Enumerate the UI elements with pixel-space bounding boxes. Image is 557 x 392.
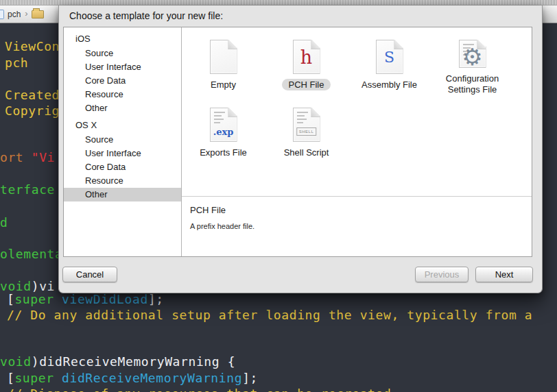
detail-pane: PCH File A prefix header file. (182, 196, 532, 256)
file-type-letter: S (377, 40, 403, 73)
document-text-lines (214, 112, 227, 125)
template-label: Empty (211, 79, 236, 90)
sidebar-item-os-x-other[interactable]: Other (64, 188, 181, 201)
code-line: terface (0, 183, 55, 198)
code-line: Created (5, 88, 60, 103)
sidebar-section-os-x: OS X (64, 118, 181, 133)
exp-extension-text: .exp (211, 127, 237, 137)
sidebar-item-ios-source[interactable]: Source (64, 47, 181, 60)
code-line: ort "Vi (0, 151, 55, 166)
template-label: PCH File (282, 79, 330, 90)
header-file-icon: h (293, 40, 320, 74)
previous-button[interactable]: Previous (415, 267, 469, 282)
sidebar-section-ios: iOS (64, 32, 181, 47)
code-line: Copyrig (5, 104, 60, 119)
window-root: { "colors": { "editor_background": "#303… (0, 0, 557, 392)
breadcrumb-item[interactable]: pch (8, 10, 21, 19)
template-configuration-settings-file[interactable]: ⚙Configuration Settings File (431, 27, 514, 95)
sidebar-item-os-x-source[interactable]: Source (64, 133, 181, 147)
folder-icon[interactable] (32, 10, 44, 19)
template-label: Exports File (200, 147, 247, 158)
template-pch-file[interactable]: hPCH File (265, 27, 348, 95)
cancel-button[interactable]: Cancel (62, 267, 117, 282)
sidebar-item-os-x-core-data[interactable]: Core Data (64, 160, 181, 174)
code-line: d (0, 216, 8, 231)
dialog-title: Choose a template for your new file: (69, 10, 223, 21)
code-line: olementa (0, 247, 63, 262)
exports-file-icon: .exp (210, 108, 237, 142)
template-label: Assembly File (362, 79, 417, 90)
shell-badge: SHELL (296, 127, 317, 136)
chevron-separator-icon: › (25, 8, 27, 19)
next-button[interactable]: Next (475, 267, 533, 282)
code-line: [super didReceiveMemoryWarning]; (7, 371, 258, 387)
detail-description: A prefix header file. (190, 222, 532, 230)
blank-document-icon (210, 40, 237, 74)
sidebar-item-ios-core-data[interactable]: Core Data (64, 74, 181, 88)
code-line: void)didReceiveMemoryWarning { (0, 355, 235, 370)
template-right-column: EmptyhPCH FileSAssembly File⚙Configurati… (182, 27, 532, 256)
code-line: pch (5, 56, 28, 71)
sidebar-item-ios-resource[interactable]: Resource (64, 88, 181, 101)
sidebar-item-ios-user-interface[interactable]: User Interface (64, 60, 181, 74)
template-panel: iOSSourceUser InterfaceCore DataResource… (63, 27, 532, 257)
template-empty[interactable]: Empty (182, 27, 265, 95)
sidebar-item-os-x-resource[interactable]: Resource (64, 174, 181, 188)
sidebar-item-ios-other[interactable]: Other (64, 101, 181, 115)
file-type-letter: h (294, 40, 320, 73)
toolbar-texture (0, 0, 557, 5)
template-shell-script[interactable]: SHELLShell Script (265, 95, 348, 163)
template-grid: EmptyhPCH FileSAssembly File⚙Configurati… (182, 27, 532, 196)
file-icon[interactable] (0, 10, 4, 19)
assembly-file-icon: S (376, 40, 403, 74)
template-exports-file[interactable]: .expExports File (182, 95, 265, 163)
code-line: [super viewDidLoad]; (7, 293, 164, 308)
document-text-lines (297, 112, 310, 125)
template-sidebar: iOSSourceUser InterfaceCore DataResource… (64, 27, 182, 256)
template-dialog: Choose a template for your new file: iOS… (58, 5, 543, 293)
code-line: // Dispose of any resources that can be … (7, 387, 399, 392)
sidebar-item-os-x-user-interface[interactable]: User Interface (64, 147, 181, 160)
gear-icon: ⚙ (462, 45, 482, 69)
template-label: Configuration Settings File (431, 73, 514, 95)
config-gear-icon: ⚙ (459, 40, 486, 68)
template-label: Shell Script (284, 147, 329, 158)
detail-title: PCH File (190, 205, 532, 215)
shell-script-icon: SHELL (293, 108, 320, 142)
code-line: // Do any additional setup after loading… (7, 308, 532, 323)
template-assembly-file[interactable]: SAssembly File (348, 27, 431, 95)
